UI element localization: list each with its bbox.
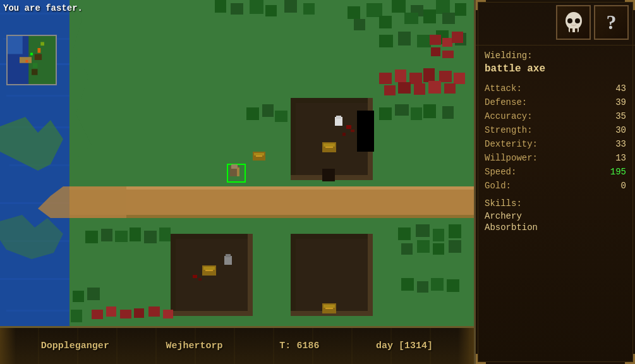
svg-rect-147 xyxy=(73,291,84,302)
svg-rect-91 xyxy=(414,83,425,95)
stats-content: Wielding: battle axe Attack: 43 Defense:… xyxy=(476,46,635,364)
svg-rect-41 xyxy=(423,9,436,23)
day-display: day [1314] xyxy=(376,341,433,351)
willpower-label: Willpower: xyxy=(485,153,538,163)
svg-rect-79 xyxy=(442,38,452,47)
help-icon-button[interactable]: ? xyxy=(594,5,629,40)
game-message: You are faster. xyxy=(3,3,83,13)
svg-rect-65 xyxy=(351,130,354,132)
stat-row-accuracy: Accuracy: 35 xyxy=(485,111,626,121)
svg-rect-37 xyxy=(455,3,466,16)
svg-rect-119 xyxy=(296,239,368,311)
svg-rect-105 xyxy=(171,311,253,316)
svg-rect-81 xyxy=(431,47,440,56)
svg-rect-47 xyxy=(284,0,297,13)
svg-rect-128 xyxy=(417,240,430,253)
svg-rect-38 xyxy=(354,19,365,30)
svg-rect-103 xyxy=(171,234,176,316)
svg-rect-48 xyxy=(303,3,315,15)
game-panel: You are faster. xyxy=(0,0,474,364)
svg-rect-85 xyxy=(409,73,422,84)
svg-rect-76 xyxy=(423,104,436,118)
svg-rect-146 xyxy=(163,310,173,318)
svg-rect-93 xyxy=(444,83,456,94)
location-name: Wejhertorp xyxy=(166,341,223,351)
svg-rect-108 xyxy=(203,267,215,270)
svg-rect-136 xyxy=(159,228,171,241)
dexterity-label: Dexterity: xyxy=(485,139,538,149)
svg-rect-9 xyxy=(40,42,44,46)
svg-rect-77 xyxy=(442,106,454,119)
svg-rect-127 xyxy=(401,243,413,255)
skill-archery: Archery xyxy=(485,211,626,221)
svg-rect-137 xyxy=(401,278,414,291)
svg-rect-109 xyxy=(205,270,213,271)
svg-rect-49 xyxy=(379,35,393,47)
speed-value: 195 xyxy=(601,167,626,177)
svg-rect-121 xyxy=(324,305,335,308)
svg-rect-132 xyxy=(101,229,112,241)
svg-rect-139 xyxy=(431,278,444,291)
svg-rect-71 xyxy=(262,104,274,117)
skills-section: Skills: Archery Absorbtion xyxy=(485,198,626,233)
svg-rect-10 xyxy=(33,63,38,68)
svg-rect-140 xyxy=(447,279,459,292)
svg-rect-66 xyxy=(342,133,346,136)
svg-rect-75 xyxy=(411,107,422,120)
svg-rect-152 xyxy=(570,28,572,32)
accuracy-value: 35 xyxy=(601,111,626,121)
svg-rect-143 xyxy=(120,310,131,318)
stats-icons-row: ? xyxy=(476,0,635,46)
svg-rect-113 xyxy=(198,278,202,281)
svg-rect-104 xyxy=(248,234,253,316)
svg-rect-80 xyxy=(452,32,463,43)
status-bar: Doppleganger Wejhertorp T: 6186 day [131… xyxy=(0,326,474,364)
svg-rect-111 xyxy=(226,254,231,257)
svg-rect-73 xyxy=(379,107,392,120)
stat-row-willpower: Willpower: 13 xyxy=(485,153,626,163)
message-bar: You are faster. xyxy=(3,3,83,13)
svg-rect-56 xyxy=(291,98,296,180)
minimap xyxy=(6,35,57,85)
stat-row-strength: Strength: 30 xyxy=(485,125,626,135)
willpower-value: 13 xyxy=(601,153,626,163)
svg-rect-141 xyxy=(92,310,103,319)
svg-rect-64 xyxy=(346,125,351,129)
accuracy-label: Accuracy: xyxy=(485,111,533,121)
svg-rect-45 xyxy=(250,0,263,14)
skull-icon-button[interactable] xyxy=(556,5,591,40)
svg-rect-55 xyxy=(291,98,373,103)
svg-rect-5 xyxy=(38,48,41,53)
svg-rect-116 xyxy=(291,234,296,316)
gold-value: 0 xyxy=(601,181,626,191)
svg-rect-1 xyxy=(8,36,23,54)
svg-rect-69 xyxy=(357,111,374,152)
svg-rect-72 xyxy=(275,111,287,122)
svg-rect-88 xyxy=(454,73,465,84)
svg-rect-62 xyxy=(324,143,335,147)
wielding-value: battle axe xyxy=(485,63,626,75)
svg-rect-123 xyxy=(398,228,411,240)
svg-rect-110 xyxy=(224,256,232,265)
game-world xyxy=(0,0,474,326)
svg-rect-117 xyxy=(368,234,373,316)
strength-label: Strength: xyxy=(485,125,533,135)
svg-rect-96 xyxy=(231,164,238,169)
svg-rect-122 xyxy=(325,308,333,309)
svg-rect-112 xyxy=(193,275,197,278)
strength-value: 30 xyxy=(601,125,626,135)
svg-rect-124 xyxy=(416,224,430,237)
svg-rect-70 xyxy=(246,107,259,120)
svg-rect-6 xyxy=(26,60,28,63)
svg-rect-148 xyxy=(87,288,100,300)
character-name: Doppleganger xyxy=(41,341,109,351)
svg-rect-102 xyxy=(171,234,253,239)
game-canvas: You are faster. xyxy=(0,0,474,326)
svg-rect-145 xyxy=(148,306,160,317)
svg-rect-68 xyxy=(336,116,341,119)
svg-rect-144 xyxy=(134,308,144,318)
dexterity-value: 33 xyxy=(601,139,626,149)
svg-rect-32 xyxy=(348,6,360,19)
stat-row-attack: Attack: 43 xyxy=(485,83,626,94)
svg-rect-84 xyxy=(395,70,406,82)
